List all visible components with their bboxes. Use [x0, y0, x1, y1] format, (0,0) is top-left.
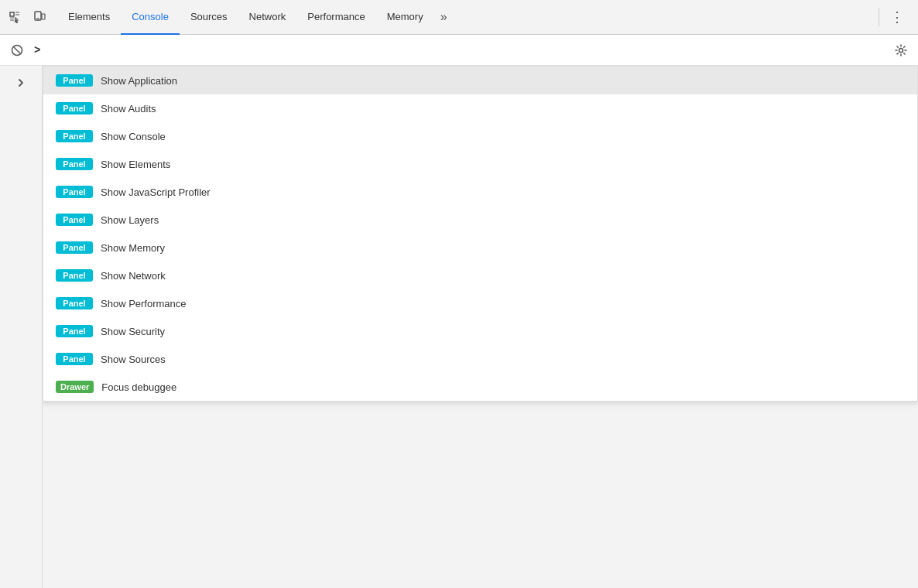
settings-button[interactable]	[890, 39, 912, 61]
device-toggle-button[interactable]	[28, 5, 51, 29]
badge-panel: Panel	[56, 269, 93, 282]
badge-panel: Panel	[56, 214, 93, 226]
expand-sidebar-button[interactable]	[10, 72, 32, 94]
badge-panel: Panel	[56, 297, 93, 309]
badge-drawer: Drawer	[56, 381, 94, 393]
autocomplete-dropdown: Panel Show Application Panel Show Audits…	[43, 66, 918, 402]
autocomplete-item-show-performance[interactable]: Panel Show Performance	[43, 289, 917, 317]
console-toolbar: >	[0, 35, 918, 66]
tab-bar: Elements Console Sources Network Perform…	[0, 0, 918, 35]
autocomplete-item-show-elements[interactable]: Panel Show Elements	[43, 150, 917, 178]
tab-performance[interactable]: Performance	[296, 0, 375, 35]
autocomplete-label: Focus debuggee	[101, 381, 176, 393]
console-clear-button[interactable]	[6, 39, 28, 61]
badge-panel: Panel	[56, 353, 93, 365]
autocomplete-item-show-sources[interactable]: Panel Show Sources	[43, 345, 917, 373]
console-input-area: >	[34, 44, 884, 56]
console-input[interactable]	[43, 44, 884, 56]
svg-rect-0	[10, 12, 14, 16]
autocomplete-label: Show Elements	[101, 159, 170, 170]
console-prompt: >	[34, 44, 40, 56]
toolbar-icons	[3, 5, 51, 29]
autocomplete-item-show-network[interactable]: Panel Show Network	[43, 262, 917, 289]
main-content: Panel Show Application Panel Show Audits…	[0, 66, 918, 588]
autocomplete-label: Show Layers	[101, 214, 159, 226]
badge-panel: Panel	[56, 241, 93, 254]
autocomplete-label: Show Network	[101, 270, 166, 282]
tab-console[interactable]: Console	[121, 0, 180, 35]
badge-panel: Panel	[56, 186, 93, 198]
more-options-button[interactable]: ⋮	[885, 5, 909, 29]
autocomplete-item-show-console[interactable]: Panel Show Console	[43, 122, 917, 150]
divider	[879, 8, 879, 26]
badge-panel: Panel	[56, 325, 93, 337]
svg-line-5	[14, 47, 20, 53]
more-tabs-button[interactable]: »	[434, 0, 454, 35]
autocomplete-item-show-memory[interactable]: Panel Show Memory	[43, 234, 917, 262]
tab-network[interactable]: Network	[238, 0, 297, 35]
badge-panel: Panel	[56, 102, 93, 115]
autocomplete-item-show-js-profiler[interactable]: Panel Show JavaScript Profiler	[43, 178, 917, 206]
autocomplete-label: Show Sources	[101, 354, 166, 365]
autocomplete-label: Show Memory	[101, 242, 165, 254]
left-sidebar	[0, 66, 43, 588]
badge-panel: Panel	[56, 130, 93, 142]
tab-bar-right: ⋮	[875, 5, 915, 29]
autocomplete-item-show-security[interactable]: Panel Show Security	[43, 317, 917, 345]
badge-panel: Panel	[56, 158, 93, 170]
autocomplete-item-focus-debuggee[interactable]: Drawer Focus debuggee	[43, 373, 917, 401]
badge-panel: Panel	[56, 74, 93, 87]
autocomplete-label: Show JavaScript Profiler	[101, 186, 211, 198]
autocomplete-wrapper: Panel Show Application Panel Show Audits…	[43, 66, 918, 588]
tab-sources[interactable]: Sources	[180, 0, 238, 35]
tab-elements[interactable]: Elements	[57, 0, 121, 35]
autocomplete-label: Show Performance	[101, 298, 187, 309]
autocomplete-item-show-audits[interactable]: Panel Show Audits	[43, 94, 917, 122]
autocomplete-label: Show Audits	[101, 103, 156, 115]
inspect-element-button[interactable]	[3, 5, 26, 29]
autocomplete-item-show-application[interactable]: Panel Show Application	[43, 67, 917, 94]
autocomplete-item-show-layers[interactable]: Panel Show Layers	[43, 206, 917, 234]
autocomplete-label: Show Application	[101, 75, 177, 87]
tab-memory[interactable]: Memory	[376, 0, 434, 35]
svg-point-6	[899, 48, 903, 52]
autocomplete-label: Show Console	[101, 131, 166, 142]
devtools-container: Elements Console Sources Network Perform…	[0, 0, 918, 588]
autocomplete-label: Show Security	[101, 326, 165, 337]
svg-rect-2	[42, 14, 45, 19]
